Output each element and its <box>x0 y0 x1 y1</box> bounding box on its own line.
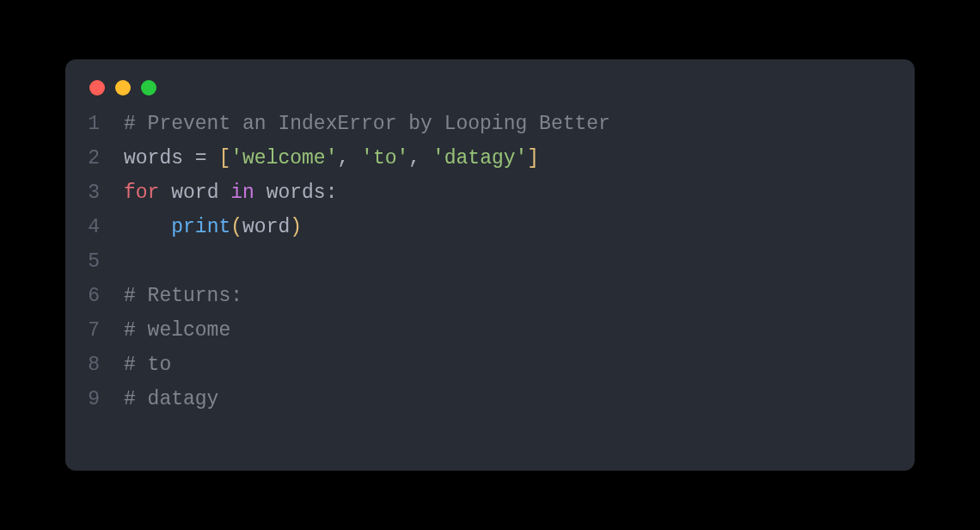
code-editor: 1# Prevent an IndexError by Looping Bett… <box>65 113 915 422</box>
code-token: # Returns: <box>124 285 242 307</box>
code-token: # to <box>124 354 171 376</box>
code-content: # Prevent an IndexError by Looping Bette… <box>124 113 610 135</box>
code-content: # welcome <box>124 319 230 342</box>
code-token: for <box>124 182 159 204</box>
code-line: 4 print(word) <box>65 216 897 250</box>
line-number: 2 <box>65 147 124 169</box>
code-line: 6# Returns: <box>65 285 897 319</box>
code-token: , <box>337 147 361 169</box>
code-content: # datagy <box>124 388 218 410</box>
code-token: 'welcome' <box>230 147 337 169</box>
code-token: ( <box>230 216 242 238</box>
code-token: 'to' <box>361 147 408 169</box>
code-token: , <box>408 147 432 169</box>
code-token: ] <box>527 147 539 169</box>
line-number: 1 <box>65 113 124 135</box>
code-line: 5 <box>65 250 897 285</box>
code-token: in <box>230 182 254 204</box>
code-token: # welcome <box>124 319 230 342</box>
code-line: 9# datagy <box>65 388 897 422</box>
code-token <box>124 216 171 238</box>
code-line: 8# to <box>65 354 897 388</box>
line-number: 6 <box>65 285 124 307</box>
code-token: ) <box>290 216 302 238</box>
code-content: words = ['welcome', 'to', 'datagy'] <box>124 147 539 169</box>
code-token: words <box>254 182 326 204</box>
code-token: = <box>195 147 207 169</box>
maximize-icon[interactable] <box>141 80 156 96</box>
code-line: 7# welcome <box>65 319 897 354</box>
code-content: # Returns: <box>124 285 242 307</box>
code-line: 3for word in words: <box>65 182 897 216</box>
code-token: words <box>124 147 195 169</box>
code-token: # Prevent an IndexError by Looping Bette… <box>124 113 610 135</box>
code-line: 2words = ['welcome', 'to', 'datagy'] <box>65 147 897 182</box>
line-number: 5 <box>65 250 124 273</box>
line-number: 4 <box>65 216 124 238</box>
code-token: word <box>242 216 290 238</box>
code-content: for word in words: <box>124 182 338 204</box>
code-content: # to <box>124 354 171 376</box>
close-icon[interactable] <box>89 80 105 96</box>
code-token: 'datagy' <box>432 147 527 169</box>
code-token: : <box>326 182 338 204</box>
line-number: 8 <box>65 354 124 376</box>
code-token: print <box>171 216 230 238</box>
code-content: print(word) <box>124 216 302 238</box>
line-number: 3 <box>65 182 124 204</box>
code-line: 1# Prevent an IndexError by Looping Bett… <box>65 113 897 147</box>
line-number: 9 <box>65 388 124 410</box>
minimize-icon[interactable] <box>115 80 131 96</box>
code-token: [ <box>207 147 231 169</box>
line-number: 7 <box>65 319 124 342</box>
code-token: word <box>159 182 230 204</box>
window-titlebar <box>65 80 915 113</box>
code-token: # datagy <box>124 388 218 410</box>
code-window: 1# Prevent an IndexError by Looping Bett… <box>65 59 915 471</box>
